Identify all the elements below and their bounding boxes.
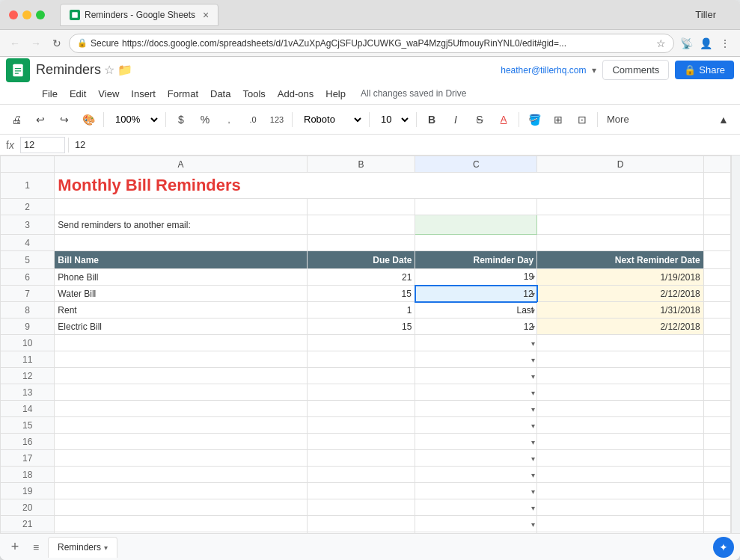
redo-button[interactable]: ↪ [54, 109, 75, 130]
dropdown-arrow-20[interactable]: ▾ [531, 503, 535, 511]
cell-B8[interactable]: 1 [307, 302, 415, 319]
cell-D8[interactable]: 1/31/2018 [537, 302, 704, 319]
more-button[interactable]: More [602, 109, 634, 130]
dropdown-arrow-18[interactable]: ▾ [531, 470, 535, 479]
header-next-reminder[interactable]: Next Reminder Date [537, 251, 704, 269]
add-sheet-button[interactable]: + [6, 538, 24, 556]
bold-button[interactable]: B [421, 109, 442, 130]
cell-B3[interactable] [307, 215, 415, 235]
undo-button[interactable]: ↩ [30, 109, 51, 130]
row-num-14[interactable]: 14 [1, 401, 55, 417]
bookmark-icon[interactable]: ☆ [656, 37, 666, 49]
cell-E8[interactable] [703, 302, 730, 319]
back-button[interactable]: ← [6, 34, 24, 52]
cell-D2[interactable] [537, 199, 704, 215]
strikethrough-button[interactable]: S [469, 109, 490, 130]
currency-button[interactable]: $ [171, 109, 192, 130]
cell-A8[interactable]: Rent [55, 302, 307, 319]
close-button[interactable] [9, 10, 18, 19]
share-button[interactable]: 🔒 Share [675, 61, 734, 79]
menu-edit[interactable]: Edit [64, 85, 92, 102]
formula-input[interactable] [72, 137, 734, 153]
menu-tools[interactable]: Tools [236, 85, 271, 102]
row-num-8[interactable]: 8 [1, 302, 55, 319]
dropdown-arrow-13[interactable]: ▾ [531, 388, 535, 396]
row-num-15[interactable]: 15 [1, 417, 55, 434]
cell-A2[interactable] [55, 199, 307, 215]
header-due-date[interactable]: Due Date [307, 251, 415, 269]
cell-E7[interactable] [703, 286, 730, 302]
cell-E6[interactable] [703, 269, 730, 286]
cell-C4[interactable] [415, 235, 537, 251]
cell-E1[interactable] [703, 173, 730, 199]
folder-icon[interactable]: 📁 [117, 63, 132, 77]
cell-A6[interactable]: Phone Bill [55, 269, 307, 286]
row-num-16[interactable]: 16 [1, 434, 55, 450]
print-button[interactable]: 🖨 [6, 109, 27, 130]
dropdown-arrow-17[interactable]: ▾ [531, 454, 535, 462]
row-num-3[interactable]: 3 [1, 215, 55, 235]
menu-icon[interactable]: ⋮ [716, 34, 734, 52]
cell-reference-input[interactable] [20, 137, 65, 153]
row-num-22[interactable]: 22 [1, 532, 55, 534]
cell-D6[interactable]: 1/19/2018 [537, 269, 704, 286]
cell-E5[interactable] [703, 251, 730, 269]
vertical-scrollbar[interactable] [731, 156, 740, 533]
col-header-A[interactable]: A [55, 156, 307, 173]
menu-format[interactable]: Format [162, 85, 204, 102]
url-text[interactable]: https://docs.google.com/spreadsheets/d/1… [122, 38, 653, 49]
font-color-button[interactable]: A [493, 109, 514, 130]
comma0-button[interactable]: , [218, 109, 239, 130]
dropdown-arrow-c9[interactable]: ▾ [531, 322, 535, 330]
cell-D7[interactable]: 2/12/2018 [537, 286, 704, 302]
dropdown-arrow-16[interactable]: ▾ [531, 437, 535, 446]
dropdown-arrow-c8[interactable]: ▾ [531, 306, 535, 314]
cell-A7[interactable]: Water Bill [55, 286, 307, 302]
forward-button[interactable]: → [27, 34, 45, 52]
title-cell[interactable]: Monthly Bill Reminders [55, 173, 703, 199]
menu-view[interactable]: View [92, 85, 125, 102]
cell-C9[interactable]: 12 ▾ [415, 319, 537, 335]
row-num-2[interactable]: 2 [1, 199, 55, 215]
menu-insert[interactable]: Insert [125, 85, 162, 102]
row-num-18[interactable]: 18 [1, 467, 55, 483]
dropdown-arrow-14[interactable]: ▾ [531, 404, 535, 413]
refresh-button[interactable]: ↻ [48, 34, 66, 52]
dropdown-arrow-11[interactable]: ▾ [531, 355, 535, 363]
dropdown-arrow-c7[interactable]: ▾ [531, 289, 535, 298]
col-header-D[interactable]: D [537, 156, 704, 173]
cell-B7[interactable]: 15 [307, 286, 415, 302]
browser-tab[interactable]: Reminders - Google Sheets × [60, 4, 218, 26]
dropdown-arrow-19[interactable]: ▾ [531, 487, 535, 495]
star-file-icon[interactable]: ☆ [104, 63, 114, 77]
font-size-select[interactable]: 10 [374, 110, 412, 129]
cell-A4[interactable] [55, 235, 307, 251]
paint-format-button[interactable]: 🎨 [78, 109, 99, 130]
cell-B2[interactable] [307, 199, 415, 215]
cell-B6[interactable]: 21 [307, 269, 415, 286]
menu-help[interactable]: Help [319, 85, 352, 102]
italic-button[interactable]: I [445, 109, 466, 130]
user-dropdown-icon[interactable]: ▾ [592, 65, 596, 76]
row-num-10[interactable]: 10 [1, 335, 55, 351]
sheet-list-button[interactable]: ≡ [27, 538, 45, 556]
zoom-select[interactable]: 100% [108, 110, 161, 129]
cell-C8[interactable]: Last ▾ [415, 302, 537, 319]
cell-B9[interactable]: 15 [307, 319, 415, 335]
cell-E4[interactable] [703, 235, 730, 251]
row-num-17[interactable]: 17 [1, 450, 55, 467]
minimize-button[interactable] [22, 10, 31, 19]
row-num-12[interactable]: 12 [1, 368, 55, 384]
tab-close-icon[interactable]: × [203, 9, 209, 21]
collapse-toolbar-button[interactable]: ▲ [713, 109, 734, 130]
col-header-C[interactable]: C [415, 156, 537, 173]
merge-button[interactable]: ⊡ [572, 109, 593, 130]
cell-D9[interactable]: 2/12/2018 [537, 319, 704, 335]
cell-E9[interactable] [703, 319, 730, 335]
spreadsheet-main[interactable]: A B C D 1 Monthly Bill Reminders [0, 156, 731, 533]
percent-button[interactable]: % [195, 109, 215, 130]
email-input-cell[interactable] [415, 215, 537, 235]
cell-C6[interactable]: 19 ▾ [415, 269, 537, 286]
dropdown-arrow-10[interactable]: ▾ [531, 339, 535, 347]
col-header-B[interactable]: B [307, 156, 415, 173]
